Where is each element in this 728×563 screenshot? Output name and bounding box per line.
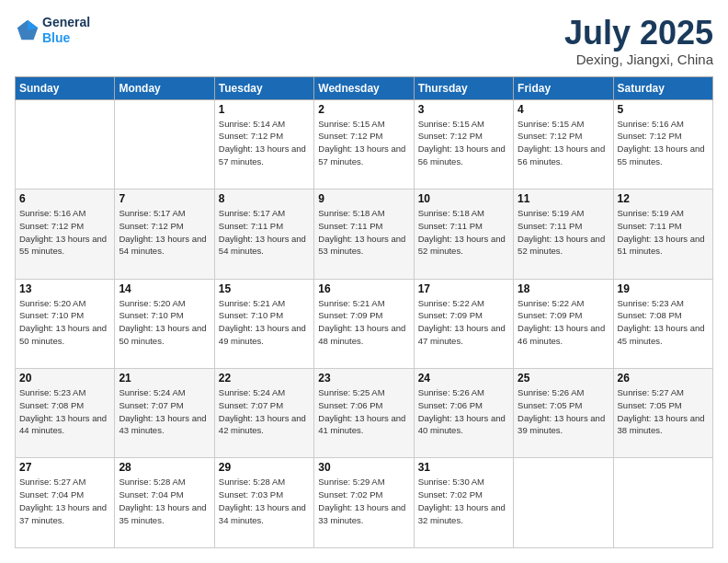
- day-number: 19: [618, 282, 709, 295]
- day-info: Sunrise: 5:16 AMSunset: 7:12 PMDaylight:…: [618, 118, 709, 168]
- logo: General Blue: [15, 15, 90, 46]
- day-info: Sunrise: 5:17 AMSunset: 7:11 PMDaylight:…: [219, 207, 310, 258]
- day-info: Sunrise: 5:16 AMSunset: 7:12 PMDaylight:…: [19, 207, 110, 258]
- calendar-table: Sunday Monday Tuesday Wednesday Thursday…: [15, 76, 713, 548]
- day-number: 3: [418, 103, 509, 116]
- day-info: Sunrise: 5:24 AMSunset: 7:07 PMDaylight:…: [219, 386, 310, 437]
- calendar-cell: 22 Sunrise: 5:24 AMSunset: 7:07 PMDaylig…: [214, 369, 313, 458]
- header-monday: Monday: [115, 76, 214, 99]
- day-number: 28: [119, 461, 210, 474]
- calendar-cell: 6 Sunrise: 5:16 AMSunset: 7:12 PMDayligh…: [16, 190, 115, 279]
- calendar-cell: 26 Sunrise: 5:27 AMSunset: 7:05 PMDaylig…: [613, 369, 712, 458]
- day-info: Sunrise: 5:15 AMSunset: 7:12 PMDaylight:…: [418, 118, 509, 168]
- calendar-week-row: 13 Sunrise: 5:20 AMSunset: 7:10 PMDaylig…: [16, 279, 713, 368]
- day-info: Sunrise: 5:20 AMSunset: 7:10 PMDaylight:…: [19, 297, 110, 348]
- weekday-header-row: Sunday Monday Tuesday Wednesday Thursday…: [16, 76, 713, 99]
- day-info: Sunrise: 5:21 AMSunset: 7:09 PMDaylight:…: [318, 297, 409, 348]
- day-number: 5: [618, 103, 709, 116]
- day-info: Sunrise: 5:25 AMSunset: 7:06 PMDaylight:…: [318, 386, 409, 437]
- calendar-cell: 14 Sunrise: 5:20 AMSunset: 7:10 PMDaylig…: [115, 279, 214, 368]
- calendar-cell: 13 Sunrise: 5:20 AMSunset: 7:10 PMDaylig…: [16, 279, 115, 368]
- day-info: Sunrise: 5:28 AMSunset: 7:04 PMDaylight:…: [119, 476, 210, 526]
- calendar-cell: 21 Sunrise: 5:24 AMSunset: 7:07 PMDaylig…: [115, 369, 214, 458]
- day-number: 20: [19, 372, 110, 385]
- calendar-cell: 8 Sunrise: 5:17 AMSunset: 7:11 PMDayligh…: [214, 190, 313, 279]
- calendar-cell: [613, 458, 712, 548]
- day-number: 21: [119, 372, 210, 385]
- day-number: 12: [618, 192, 709, 205]
- month-year: July 2025: [564, 15, 713, 52]
- day-number: 22: [219, 372, 310, 385]
- day-number: 25: [518, 372, 609, 385]
- day-info: Sunrise: 5:27 AMSunset: 7:05 PMDaylight:…: [618, 386, 709, 437]
- calendar-cell: 20 Sunrise: 5:23 AMSunset: 7:08 PMDaylig…: [16, 369, 115, 458]
- calendar-cell: 5 Sunrise: 5:16 AMSunset: 7:12 PMDayligh…: [613, 99, 712, 189]
- day-number: 16: [318, 282, 409, 295]
- day-number: 15: [219, 282, 310, 295]
- logo-text: General Blue: [42, 15, 90, 46]
- day-number: 26: [618, 372, 709, 385]
- header: General Blue July 2025 Dexing, Jiangxi, …: [15, 15, 713, 67]
- day-number: 27: [19, 461, 110, 474]
- calendar-cell: 18 Sunrise: 5:22 AMSunset: 7:09 PMDaylig…: [514, 279, 613, 368]
- calendar-cell: 30 Sunrise: 5:29 AMSunset: 7:02 PMDaylig…: [314, 458, 414, 548]
- logo-icon: [15, 17, 40, 43]
- day-info: Sunrise: 5:23 AMSunset: 7:08 PMDaylight:…: [618, 297, 709, 348]
- day-number: 9: [318, 192, 409, 205]
- day-info: Sunrise: 5:19 AMSunset: 7:11 PMDaylight:…: [618, 207, 709, 258]
- header-thursday: Thursday: [414, 76, 513, 99]
- day-info: Sunrise: 5:23 AMSunset: 7:08 PMDaylight:…: [19, 386, 110, 437]
- calendar-cell: 11 Sunrise: 5:19 AMSunset: 7:11 PMDaylig…: [514, 190, 613, 279]
- calendar-cell: 7 Sunrise: 5:17 AMSunset: 7:12 PMDayligh…: [115, 190, 214, 279]
- day-info: Sunrise: 5:21 AMSunset: 7:10 PMDaylight:…: [219, 297, 310, 348]
- calendar-cell: 31 Sunrise: 5:30 AMSunset: 7:02 PMDaylig…: [414, 458, 513, 548]
- calendar-cell: 29 Sunrise: 5:28 AMSunset: 7:03 PMDaylig…: [214, 458, 313, 548]
- calendar-cell: [115, 99, 214, 189]
- location: Dexing, Jiangxi, China: [564, 52, 713, 67]
- header-saturday: Saturday: [613, 76, 712, 99]
- day-info: Sunrise: 5:18 AMSunset: 7:11 PMDaylight:…: [418, 207, 509, 258]
- calendar-cell: 9 Sunrise: 5:18 AMSunset: 7:11 PMDayligh…: [314, 190, 414, 279]
- calendar-week-row: 6 Sunrise: 5:16 AMSunset: 7:12 PMDayligh…: [16, 190, 713, 279]
- day-info: Sunrise: 5:22 AMSunset: 7:09 PMDaylight:…: [418, 297, 509, 348]
- calendar-cell: 1 Sunrise: 5:14 AMSunset: 7:12 PMDayligh…: [214, 99, 313, 189]
- calendar-cell: 25 Sunrise: 5:26 AMSunset: 7:05 PMDaylig…: [514, 369, 613, 458]
- day-number: 11: [518, 192, 609, 205]
- day-info: Sunrise: 5:26 AMSunset: 7:06 PMDaylight:…: [418, 386, 509, 437]
- calendar-week-row: 20 Sunrise: 5:23 AMSunset: 7:08 PMDaylig…: [16, 369, 713, 458]
- day-number: 13: [19, 282, 110, 295]
- day-info: Sunrise: 5:29 AMSunset: 7:02 PMDaylight:…: [318, 476, 409, 526]
- day-info: Sunrise: 5:15 AMSunset: 7:12 PMDaylight:…: [318, 118, 409, 168]
- day-info: Sunrise: 5:22 AMSunset: 7:09 PMDaylight:…: [518, 297, 609, 348]
- day-number: 18: [518, 282, 609, 295]
- day-number: 30: [318, 461, 409, 474]
- calendar-cell: 2 Sunrise: 5:15 AMSunset: 7:12 PMDayligh…: [314, 99, 414, 189]
- day-number: 17: [418, 282, 509, 295]
- calendar-cell: 19 Sunrise: 5:23 AMSunset: 7:08 PMDaylig…: [613, 279, 712, 368]
- day-info: Sunrise: 5:19 AMSunset: 7:11 PMDaylight:…: [518, 207, 609, 258]
- calendar-cell: 23 Sunrise: 5:25 AMSunset: 7:06 PMDaylig…: [314, 369, 414, 458]
- calendar-cell: [514, 458, 613, 548]
- day-number: 29: [219, 461, 310, 474]
- day-info: Sunrise: 5:27 AMSunset: 7:04 PMDaylight:…: [19, 476, 110, 526]
- day-number: 2: [318, 103, 409, 116]
- calendar-cell: 12 Sunrise: 5:19 AMSunset: 7:11 PMDaylig…: [613, 190, 712, 279]
- day-info: Sunrise: 5:15 AMSunset: 7:12 PMDaylight:…: [518, 118, 609, 168]
- day-number: 6: [19, 192, 110, 205]
- calendar-cell: [16, 99, 115, 189]
- day-info: Sunrise: 5:18 AMSunset: 7:11 PMDaylight:…: [318, 207, 409, 258]
- calendar-cell: 16 Sunrise: 5:21 AMSunset: 7:09 PMDaylig…: [314, 279, 414, 368]
- day-number: 8: [219, 192, 310, 205]
- calendar-cell: 4 Sunrise: 5:15 AMSunset: 7:12 PMDayligh…: [514, 99, 613, 189]
- title-block: July 2025 Dexing, Jiangxi, China: [564, 15, 713, 67]
- day-info: Sunrise: 5:24 AMSunset: 7:07 PMDaylight:…: [119, 386, 210, 437]
- header-tuesday: Tuesday: [214, 76, 313, 99]
- day-number: 23: [318, 372, 409, 385]
- day-number: 14: [119, 282, 210, 295]
- day-info: Sunrise: 5:26 AMSunset: 7:05 PMDaylight:…: [518, 386, 609, 437]
- day-number: 24: [418, 372, 509, 385]
- calendar-cell: 15 Sunrise: 5:21 AMSunset: 7:10 PMDaylig…: [214, 279, 313, 368]
- calendar-cell: 3 Sunrise: 5:15 AMSunset: 7:12 PMDayligh…: [414, 99, 513, 189]
- calendar-cell: 27 Sunrise: 5:27 AMSunset: 7:04 PMDaylig…: [16, 458, 115, 548]
- header-friday: Friday: [514, 76, 613, 99]
